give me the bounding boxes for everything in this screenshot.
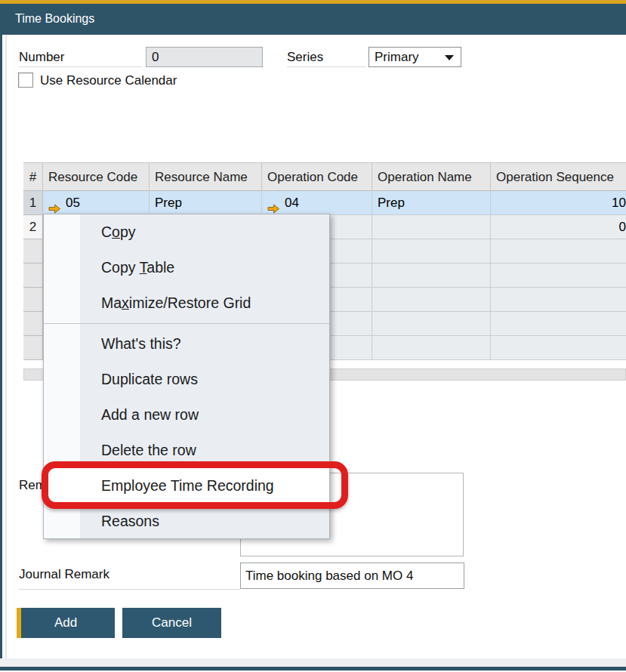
menu-item-duplicate-rows[interactable]: Duplicate rows: [44, 362, 329, 397]
orange-link-arrow-icon[interactable]: [48, 198, 61, 208]
window-bottom-border: [0, 667, 626, 670]
use-resource-calendar-label: Use Resource Calendar: [40, 73, 177, 88]
cell-operation-sequence[interactable]: [491, 239, 626, 264]
cell-text: 04: [285, 191, 299, 214]
use-resource-calendar-checkbox[interactable]: [18, 72, 33, 88]
grid-column-header-resource_code[interactable]: Resource Code: [43, 162, 150, 191]
menu-item-copy[interactable]: Copy: [44, 214, 329, 250]
cancel-button[interactable]: Cancel: [122, 608, 221, 638]
menu-item-maximize-restore-grid[interactable]: Maximize/Restore Grid: [44, 285, 329, 321]
cell-operation-sequence[interactable]: [491, 312, 626, 336]
window-left-border: [0, 35, 2, 670]
grid-row-1: 105Prep04Prep10: [23, 191, 626, 215]
number-field[interactable]: 0: [146, 47, 263, 67]
cell-text: 1: [29, 191, 36, 214]
grid-header-row: #Resource CodeResource NameOperation Cod…: [23, 162, 626, 191]
series-select[interactable]: Primary: [369, 47, 461, 67]
row-number-cell[interactable]: [23, 264, 43, 288]
number-label: Number: [19, 50, 64, 65]
cell-operation-sequence[interactable]: [491, 336, 626, 360]
row-number-cell[interactable]: [23, 239, 43, 264]
cell-operation-name[interactable]: [372, 288, 491, 312]
cell-text: 10: [612, 191, 626, 214]
row-number-cell[interactable]: 1: [23, 191, 43, 215]
annotation-highlight: [42, 461, 348, 509]
cell-operation-name[interactable]: [372, 264, 491, 288]
row-number-cell[interactable]: [23, 336, 43, 360]
window-title: Time Bookings: [15, 12, 94, 26]
journal-remark-underline: [19, 589, 240, 590]
cell-operation-name[interactable]: Prep: [372, 191, 491, 215]
time-bookings-window: Time Bookings Number 0 Series Primary Us…: [0, 0, 626, 672]
cell-operation-sequence[interactable]: 10: [491, 191, 626, 215]
cell-operation-sequence[interactable]: 0: [491, 215, 626, 239]
cell-resource-code[interactable]: 05: [43, 191, 150, 215]
grid-column-header-operation_code[interactable]: Operation Code: [262, 162, 372, 191]
cell-text: Prep: [155, 191, 182, 214]
cell-operation-code[interactable]: 04: [262, 191, 372, 215]
cell-text: 2: [29, 215, 36, 239]
series-label-underline: [287, 66, 365, 67]
window-left-inner-line: [5, 35, 7, 658]
menu-item-add-a-new-row[interactable]: Add a new row: [44, 397, 329, 433]
window-titlebar[interactable]: Time Bookings: [0, 4, 626, 35]
menu-separator: [44, 321, 329, 326]
cell-operation-sequence[interactable]: [491, 264, 626, 288]
cell-operation-name[interactable]: [372, 239, 491, 264]
row-number-cell[interactable]: [23, 288, 43, 312]
cell-operation-name[interactable]: [372, 336, 491, 360]
series-selected-value: Primary: [375, 50, 419, 64]
add-button[interactable]: Add: [17, 608, 115, 638]
grid-column-header-num[interactable]: #: [23, 162, 43, 191]
row-number-cell[interactable]: [23, 312, 43, 336]
grid-column-header-resource_name[interactable]: Resource Name: [150, 162, 262, 191]
cell-operation-name[interactable]: [372, 215, 491, 239]
journal-remark-field[interactable]: Time booking based on MO 4: [240, 563, 464, 589]
grid-column-header-operation_name[interactable]: Operation Name: [372, 162, 491, 191]
menu-item-copy-table[interactable]: Copy Table: [44, 250, 329, 285]
cell-text: 0: [619, 215, 626, 239]
row-number-cell[interactable]: 2: [23, 215, 43, 239]
window-footer-strip: [0, 658, 626, 667]
cell-operation-name[interactable]: [372, 312, 491, 336]
dropdown-arrow-icon: [445, 55, 454, 60]
cell-resource-name[interactable]: Prep: [150, 191, 262, 215]
grid-column-header-operation_sequence[interactable]: Operation Sequence: [491, 162, 626, 191]
number-label-underline: [19, 66, 142, 67]
cell-text: 05: [66, 191, 80, 214]
cell-operation-sequence[interactable]: [491, 288, 626, 312]
orange-link-arrow-icon[interactable]: [267, 198, 280, 208]
series-label: Series: [287, 50, 323, 65]
cell-text: Prep: [378, 191, 405, 214]
journal-remark-label: Journal Remark: [19, 567, 109, 582]
menu-item-what-s-this[interactable]: What's this?: [44, 326, 329, 362]
menu-item-reasons[interactable]: Reasons: [44, 504, 329, 539]
